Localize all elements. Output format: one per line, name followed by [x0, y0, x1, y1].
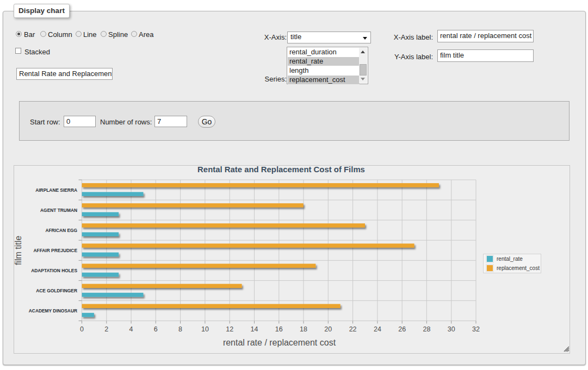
svg-text:32: 32	[472, 325, 480, 333]
svg-text:Rental Rate and Replacement Co: Rental Rate and Replacement Cost of Film…	[197, 165, 365, 174]
svg-text:16: 16	[275, 325, 283, 333]
svg-text:AFRICAN EGG: AFRICAN EGG	[45, 228, 77, 233]
svg-text:film title: film title	[14, 236, 23, 265]
svg-text:14: 14	[251, 325, 258, 333]
svg-text:10: 10	[201, 325, 209, 333]
svg-text:0: 0	[80, 325, 84, 333]
svg-text:20: 20	[324, 325, 332, 333]
svg-text:replacement_cost: replacement_cost	[497, 265, 540, 271]
svg-text:ACADEMY DINOSAUR: ACADEMY DINOSAUR	[29, 308, 77, 313]
svg-text:AFFAIR PREJUDICE: AFFAIR PREJUDICE	[33, 248, 77, 253]
svg-text:18: 18	[300, 325, 307, 333]
svg-text:26: 26	[398, 325, 406, 333]
svg-text:ADAPTATION HOLES: ADAPTATION HOLES	[31, 268, 77, 273]
svg-text:AIRPLANE SIERRA: AIRPLANE SIERRA	[35, 187, 77, 193]
svg-text:6: 6	[154, 325, 158, 333]
svg-text:8: 8	[178, 325, 182, 333]
svg-text:22: 22	[349, 325, 357, 333]
svg-text:AGENT TRUMAN: AGENT TRUMAN	[40, 208, 77, 213]
svg-text:rental rate / replacement cost: rental rate / replacement cost	[223, 338, 336, 347]
svg-text:12: 12	[226, 325, 233, 333]
svg-text:30: 30	[448, 325, 455, 333]
svg-text:rental_rate: rental_rate	[497, 256, 523, 262]
svg-text:ACE GOLDFINGER: ACE GOLDFINGER	[36, 288, 77, 293]
svg-text:4: 4	[129, 325, 133, 333]
svg-text:24: 24	[374, 325, 381, 333]
svg-text:2: 2	[104, 325, 108, 333]
svg-text:28: 28	[423, 325, 430, 333]
